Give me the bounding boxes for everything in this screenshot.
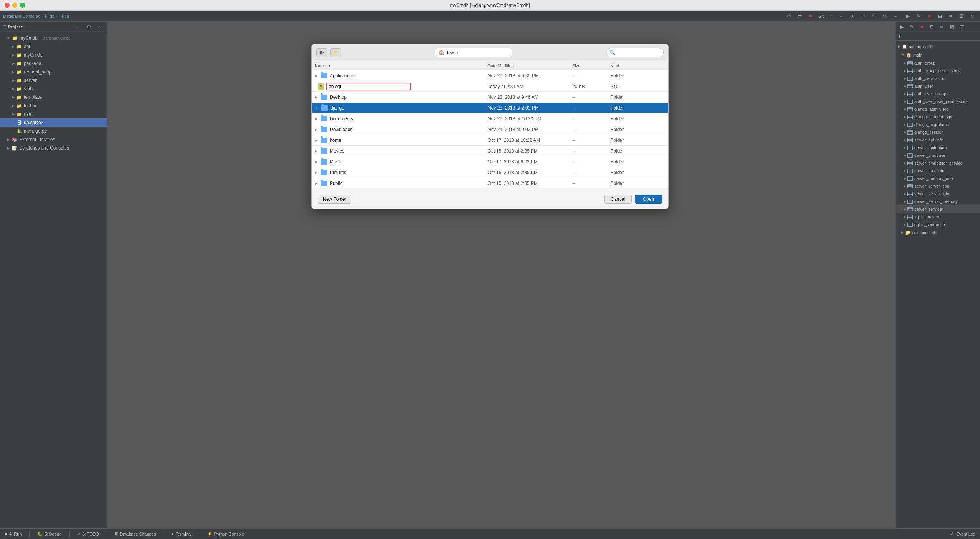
location-box[interactable]: 🏠 hxy ▾ — [435, 48, 512, 57]
db-table-item[interactable]: ▶ server_server_cpu — [896, 182, 980, 190]
sidebar-item-package[interactable]: ▶ 📁 package — [0, 59, 107, 68]
refresh-schema-btn[interactable]: ↺ — [784, 12, 794, 21]
col-header-size[interactable]: Size — [569, 63, 608, 68]
breadcrumb-db2[interactable]: 🗄 db — [59, 14, 69, 18]
db-table-item[interactable]: ▶ server_server_info — [896, 190, 980, 198]
status-run[interactable]: ▶ 4: Run — [3, 531, 23, 537]
db-stop-btn[interactable]: ■ — [925, 12, 934, 21]
rp-pencil-btn[interactable]: ✏ — [937, 22, 947, 32]
rp-schema-tree-btn[interactable]: ▶ — [897, 22, 907, 32]
file-row[interactable]: ▶ Applications Nov 20, 2018 at 9:35 PM -… — [312, 70, 668, 81]
dialog-folder-btn[interactable]: 📁 — [330, 48, 341, 57]
db-table-item[interactable]: ▶ auth_permission — [896, 75, 980, 82]
db-table-item[interactable]: ▶ server_apitonken — [896, 144, 980, 151]
db-table-item[interactable]: ▶ server_cmdbuser — [896, 151, 980, 159]
file-row[interactable]: ▶ home Oct 17, 2018 at 10:22 AM -- Folde… — [312, 135, 668, 146]
file-row[interactable]: ▶ Public Oct 15, 2018 at 2:35 PM -- Fold… — [312, 178, 668, 189]
col-header-kind[interactable]: Kind — [608, 63, 622, 68]
sidebar-item-static[interactable]: ▶ 📁 static — [0, 85, 107, 93]
dialog-menu-btn[interactable]: ☰ ▾ — [316, 48, 327, 57]
git-checkmark1[interactable]: ✓ — [826, 12, 835, 21]
db-table-item[interactable]: ▶ server_memory_info — [896, 175, 980, 182]
file-row[interactable]: S Today at 9:31 AM 20 KB SQL — [312, 81, 668, 92]
sidebar-item-mycmdb[interactable]: ▶ 📁 myCmdb — [0, 51, 107, 59]
db-table-item[interactable]: ▶ django_migrations — [896, 121, 980, 128]
status-debug[interactable]: 🐛 5: Debug — [36, 531, 63, 537]
db-grid-btn[interactable]: ⊞ — [935, 12, 945, 21]
db-table-item[interactable]: ▶ sqlite_master — [896, 213, 980, 221]
db-table-item[interactable]: ▶ django_content_type — [896, 113, 980, 121]
git-redo-btn[interactable]: ↻ — [869, 12, 879, 21]
minimize-button[interactable] — [12, 3, 17, 8]
sidebar-item-dbsqlite[interactable]: 🗄 db.sqlite3 — [0, 118, 107, 127]
synchronize-btn[interactable]: ⇄ — [795, 12, 804, 21]
breadcrumb-database-consoles[interactable]: Database Consoles — [3, 14, 40, 18]
sidebar-item-testing[interactable]: ▶ 📁 testing — [0, 101, 107, 110]
stop-btn[interactable]: ■ — [806, 12, 815, 21]
sidebar-item-template[interactable]: ▶ 📁 template — [0, 93, 107, 101]
file-row[interactable]: ▶ Documents Nov 20, 2018 at 10:33 PM -- … — [312, 113, 668, 124]
new-folder-button[interactable]: New Folder — [318, 195, 351, 204]
sidebar-add-btn[interactable]: + — [73, 22, 83, 32]
db-table-item[interactable]: ▶ server_service — [896, 205, 980, 213]
sidebar-item-user[interactable]: ▶ 📁 user — [0, 110, 107, 118]
sidebar-close-btn[interactable]: × — [95, 22, 104, 32]
db-table-item[interactable]: ▶ sqlite_sequence — [896, 221, 980, 228]
db-pencil-btn[interactable]: ✏ — [946, 12, 955, 21]
collations-section[interactable]: ▶ 📁 collations 3 — [896, 228, 980, 237]
db-filter-btn[interactable]: ▽ — [968, 12, 977, 21]
minus-btn[interactable]: − — [891, 12, 900, 21]
file-row[interactable]: ▼ django Nov 23, 2018 at 2:03 PM -- Fold… — [312, 103, 668, 113]
db-table-item[interactable]: ▶ server_server_memory — [896, 198, 980, 205]
db-table-item[interactable]: ▶ django_admin_log — [896, 105, 980, 113]
sidebar-item-scratches[interactable]: ▶ 📝 Scratches and Consoles — [0, 144, 107, 152]
sidebar-item-managepy[interactable]: 🐍 manage.py — [0, 127, 107, 135]
filename-edit-input[interactable] — [326, 83, 411, 90]
file-row[interactable]: ▶ Movies Oct 15, 2018 at 2:35 PM -- Fold… — [312, 146, 668, 156]
sidebar-item-external-libraries[interactable]: ▶ 📚 External Libraries — [0, 135, 107, 144]
rp-grid-btn[interactable]: ⊞ — [927, 22, 937, 32]
rp-image-btn[interactable]: 🖼 — [947, 22, 957, 32]
rp-edit-btn[interactable]: ✎ — [907, 22, 917, 32]
file-dialog[interactable]: ☰ ▾ 📁 🏠 hxy ▾ 🔍 — [311, 44, 669, 209]
maximize-button[interactable] — [20, 3, 25, 8]
file-row[interactable]: ▶ Music Oct 17, 2018 at 6:02 PM -- Folde… — [312, 156, 668, 167]
file-row[interactable]: ▶ Downloads Nov 24, 2018 at 9:02 PM -- F… — [312, 124, 668, 135]
db-table-item[interactable]: ▶ server_cpu_info — [896, 167, 980, 175]
db-edit-btn[interactable]: ✎ — [914, 12, 923, 21]
sidebar-item-request-script[interactable]: ▶ 📁 request_script — [0, 68, 107, 76]
status-todo[interactable]: ✓ 6: TODO — [76, 531, 101, 537]
search-input[interactable] — [617, 50, 655, 55]
close-button[interactable] — [5, 3, 10, 8]
rp-filter-btn[interactable]: ▽ — [957, 22, 967, 32]
col-header-name[interactable]: Name ▼ — [312, 63, 485, 68]
settings-btn[interactable]: ⚙ — [880, 12, 889, 21]
db-table-item[interactable]: ▶ django_session — [896, 128, 980, 136]
dialog-search[interactable]: 🔍 — [606, 48, 664, 57]
schemas-section[interactable]: ▶ 📋 schemas 1 — [896, 42, 980, 51]
status-terminal[interactable]: ▸ Terminal — [170, 531, 193, 537]
file-row[interactable]: ▶ Pictures Oct 15, 2018 at 2:35 PM -- Fo… — [312, 167, 668, 178]
file-row[interactable]: ▶ Desktop Nov 22, 2018 at 9:46 AM -- Fol… — [312, 92, 668, 103]
db-table-item[interactable]: ▶ auth_user — [896, 82, 980, 90]
status-event-log[interactable]: ⚠ Event Log — [949, 531, 977, 537]
sidebar-item-api[interactable]: ▶ 📁 api — [0, 42, 107, 51]
breadcrumb-db1[interactable]: 🗄 db — [45, 14, 55, 18]
db-run-btn[interactable]: ▶ — [903, 12, 912, 21]
db-table-item[interactable]: ▶ server_cmdbuser_service — [896, 159, 980, 167]
git-history-btn[interactable]: ◷ — [848, 12, 857, 21]
status-db-changes[interactable]: ⊞ Database Changes — [113, 531, 158, 537]
tree-root[interactable]: ▼ 📁 myCmdb ~/django/myCmdb/ — [0, 34, 107, 42]
sidebar-settings-btn[interactable]: ⚙ — [84, 22, 93, 32]
cancel-button[interactable]: Cancel — [604, 195, 631, 204]
db-table-item[interactable]: ▶ auth_group_permissions — [896, 67, 980, 75]
status-python-console[interactable]: ⚡ Python Console — [206, 531, 246, 537]
db-table-item[interactable]: ▶ auth_user_user_permissions — [896, 98, 980, 105]
db-table-item[interactable]: ▶ auth_user_groups — [896, 90, 980, 98]
main-schema[interactable]: ▼ 🏠 main — [896, 51, 980, 59]
rp-stop-btn[interactable]: ■ — [917, 22, 927, 32]
col-header-date[interactable]: Date Modified — [485, 63, 569, 68]
db-table-item[interactable]: ▶ auth_group — [896, 59, 980, 67]
db-table-item[interactable]: ▶ server_api_info — [896, 136, 980, 144]
git-checkmark2[interactable]: ✓ — [837, 12, 846, 21]
